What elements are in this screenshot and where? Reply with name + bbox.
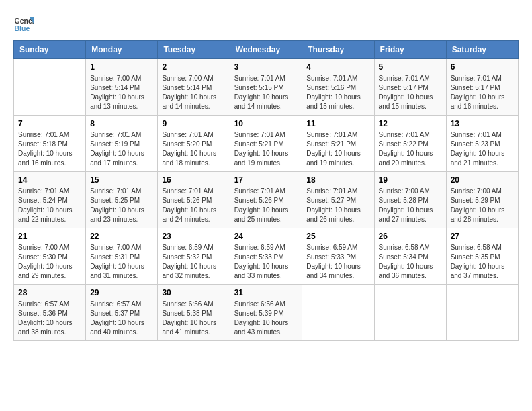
- page-header: General Blue: [13, 13, 519, 34]
- day-number: 26: [379, 232, 442, 241]
- calendar-cell: [374, 285, 446, 341]
- day-info: Sunrise: 7:00 AMSunset: 5:28 PMDaylight:…: [379, 187, 442, 224]
- day-info: Sunrise: 7:01 AMSunset: 5:25 PMDaylight:…: [90, 187, 153, 224]
- week-row-4: 21Sunrise: 7:00 AMSunset: 5:30 PMDayligh…: [14, 228, 519, 285]
- week-row-3: 14Sunrise: 7:01 AMSunset: 5:24 PMDayligh…: [14, 172, 519, 228]
- calendar-cell: 13Sunrise: 7:01 AMSunset: 5:23 PMDayligh…: [446, 116, 518, 172]
- calendar-cell: 24Sunrise: 6:59 AMSunset: 5:33 PMDayligh…: [230, 228, 302, 285]
- day-info: Sunrise: 7:00 AMSunset: 5:31 PMDaylight:…: [90, 243, 153, 281]
- day-info: Sunrise: 7:01 AMSunset: 5:26 PMDaylight:…: [234, 187, 298, 224]
- day-number: 6: [451, 62, 514, 72]
- day-header-thursday: Thursday: [302, 41, 374, 59]
- day-number: 17: [234, 175, 298, 185]
- day-info: Sunrise: 6:57 AMSunset: 5:37 PMDaylight:…: [90, 300, 153, 337]
- calendar-cell: 18Sunrise: 7:01 AMSunset: 5:27 PMDayligh…: [302, 172, 374, 228]
- calendar-cell: 29Sunrise: 6:57 AMSunset: 5:37 PMDayligh…: [86, 285, 158, 341]
- day-number: 13: [451, 119, 514, 128]
- week-row-5: 28Sunrise: 6:57 AMSunset: 5:36 PMDayligh…: [14, 285, 519, 341]
- calendar-cell: 23Sunrise: 6:59 AMSunset: 5:32 PMDayligh…: [158, 228, 230, 285]
- calendar-cell: 19Sunrise: 7:00 AMSunset: 5:28 PMDayligh…: [374, 172, 446, 228]
- day-number: 5: [379, 62, 442, 72]
- day-info: Sunrise: 7:01 AMSunset: 5:21 PMDaylight:…: [234, 130, 298, 168]
- day-info: Sunrise: 7:01 AMSunset: 5:22 PMDaylight:…: [379, 130, 442, 168]
- day-number: 1: [90, 62, 153, 72]
- day-info: Sunrise: 6:59 AMSunset: 5:32 PMDaylight:…: [162, 243, 225, 281]
- calendar-cell: [14, 59, 86, 116]
- calendar-cell: 20Sunrise: 7:00 AMSunset: 5:29 PMDayligh…: [446, 172, 518, 228]
- calendar-cell: [446, 285, 518, 341]
- day-header-tuesday: Tuesday: [158, 41, 230, 59]
- day-number: 14: [18, 175, 81, 185]
- day-header-monday: Monday: [86, 41, 158, 59]
- day-info: Sunrise: 7:01 AMSunset: 5:19 PMDaylight:…: [90, 130, 153, 168]
- calendar-cell: 9Sunrise: 7:01 AMSunset: 5:20 PMDaylight…: [158, 116, 230, 172]
- day-number: 28: [18, 288, 81, 298]
- day-number: 30: [162, 288, 225, 298]
- day-number: 18: [306, 175, 369, 185]
- day-info: Sunrise: 6:59 AMSunset: 5:33 PMDaylight:…: [306, 243, 369, 281]
- day-header-friday: Friday: [374, 41, 446, 59]
- day-number: 2: [162, 62, 225, 72]
- calendar-cell: 11Sunrise: 7:01 AMSunset: 5:21 PMDayligh…: [302, 116, 374, 172]
- day-header-sunday: Sunday: [14, 41, 86, 59]
- day-number: 15: [90, 175, 153, 185]
- logo: General Blue: [13, 13, 34, 34]
- day-number: 23: [162, 232, 225, 241]
- calendar-cell: 17Sunrise: 7:01 AMSunset: 5:26 PMDayligh…: [230, 172, 302, 228]
- day-info: Sunrise: 7:01 AMSunset: 5:24 PMDaylight:…: [18, 187, 81, 224]
- calendar-cell: 16Sunrise: 7:01 AMSunset: 5:26 PMDayligh…: [158, 172, 230, 228]
- logo-icon: General Blue: [13, 13, 34, 34]
- calendar-cell: 27Sunrise: 6:58 AMSunset: 5:35 PMDayligh…: [446, 228, 518, 285]
- day-number: 7: [18, 119, 81, 128]
- day-info: Sunrise: 7:01 AMSunset: 5:18 PMDaylight:…: [18, 130, 81, 168]
- calendar-cell: 30Sunrise: 6:56 AMSunset: 5:38 PMDayligh…: [158, 285, 230, 341]
- calendar-cell: 10Sunrise: 7:01 AMSunset: 5:21 PMDayligh…: [230, 116, 302, 172]
- day-number: 8: [90, 119, 153, 128]
- calendar-cell: 7Sunrise: 7:01 AMSunset: 5:18 PMDaylight…: [14, 116, 86, 172]
- week-row-2: 7Sunrise: 7:01 AMSunset: 5:18 PMDaylight…: [14, 116, 519, 172]
- calendar-cell: 5Sunrise: 7:01 AMSunset: 5:17 PMDaylight…: [374, 59, 446, 116]
- calendar-cell: 22Sunrise: 7:00 AMSunset: 5:31 PMDayligh…: [86, 228, 158, 285]
- calendar-cell: 1Sunrise: 7:00 AMSunset: 5:14 PMDaylight…: [86, 59, 158, 116]
- day-number: 16: [162, 175, 225, 185]
- day-info: Sunrise: 7:00 AMSunset: 5:30 PMDaylight:…: [18, 243, 81, 281]
- day-header-wednesday: Wednesday: [230, 41, 302, 59]
- day-info: Sunrise: 7:01 AMSunset: 5:27 PMDaylight:…: [306, 187, 369, 224]
- day-info: Sunrise: 6:58 AMSunset: 5:34 PMDaylight:…: [379, 243, 442, 281]
- calendar-cell: 3Sunrise: 7:01 AMSunset: 5:15 PMDaylight…: [230, 59, 302, 116]
- day-number: 22: [90, 232, 153, 241]
- day-info: Sunrise: 6:59 AMSunset: 5:33 PMDaylight:…: [234, 243, 298, 281]
- day-info: Sunrise: 7:00 AMSunset: 5:14 PMDaylight:…: [90, 74, 153, 111]
- day-number: 31: [234, 288, 298, 298]
- calendar-cell: 26Sunrise: 6:58 AMSunset: 5:34 PMDayligh…: [374, 228, 446, 285]
- day-number: 12: [379, 119, 442, 128]
- calendar-cell: 14Sunrise: 7:01 AMSunset: 5:24 PMDayligh…: [14, 172, 86, 228]
- day-number: 25: [306, 232, 369, 241]
- day-number: 9: [162, 119, 225, 128]
- day-info: Sunrise: 7:01 AMSunset: 5:26 PMDaylight:…: [162, 187, 225, 224]
- day-info: Sunrise: 7:00 AMSunset: 5:29 PMDaylight:…: [451, 187, 514, 224]
- day-header-saturday: Saturday: [446, 41, 518, 59]
- day-number: 19: [379, 175, 442, 185]
- day-info: Sunrise: 6:58 AMSunset: 5:35 PMDaylight:…: [451, 243, 514, 281]
- day-info: Sunrise: 7:01 AMSunset: 5:20 PMDaylight:…: [162, 130, 225, 168]
- day-info: Sunrise: 7:01 AMSunset: 5:17 PMDaylight:…: [379, 74, 442, 111]
- day-info: Sunrise: 7:01 AMSunset: 5:15 PMDaylight:…: [234, 74, 298, 111]
- day-number: 3: [234, 62, 298, 72]
- calendar-cell: 28Sunrise: 6:57 AMSunset: 5:36 PMDayligh…: [14, 285, 86, 341]
- day-info: Sunrise: 6:56 AMSunset: 5:38 PMDaylight:…: [162, 300, 225, 337]
- day-number: 21: [18, 232, 81, 241]
- day-number: 27: [451, 232, 514, 241]
- day-info: Sunrise: 7:01 AMSunset: 5:21 PMDaylight:…: [306, 130, 369, 168]
- day-number: 20: [451, 175, 514, 185]
- day-info: Sunrise: 7:00 AMSunset: 5:14 PMDaylight:…: [162, 74, 225, 111]
- calendar-cell: 8Sunrise: 7:01 AMSunset: 5:19 PMDaylight…: [86, 116, 158, 172]
- day-number: 10: [234, 119, 298, 128]
- calendar-cell: 6Sunrise: 7:01 AMSunset: 5:17 PMDaylight…: [446, 59, 518, 116]
- week-row-1: 1Sunrise: 7:00 AMSunset: 5:14 PMDaylight…: [14, 59, 519, 116]
- calendar-cell: 4Sunrise: 7:01 AMSunset: 5:16 PMDaylight…: [302, 59, 374, 116]
- calendar-table: SundayMondayTuesdayWednesdayThursdayFrid…: [13, 40, 519, 341]
- calendar-cell: 31Sunrise: 6:56 AMSunset: 5:39 PMDayligh…: [230, 285, 302, 341]
- day-number: 11: [306, 119, 369, 128]
- day-info: Sunrise: 6:57 AMSunset: 5:36 PMDaylight:…: [18, 300, 81, 337]
